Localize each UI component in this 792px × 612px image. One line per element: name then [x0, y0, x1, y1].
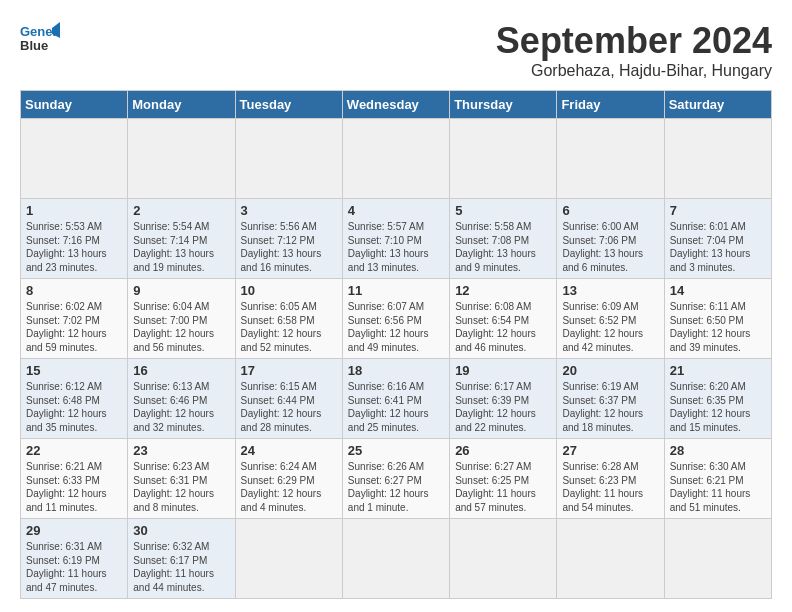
day-number: 5: [455, 203, 551, 218]
day-number: 14: [670, 283, 766, 298]
calendar-cell: 17Sunrise: 6:15 AM Sunset: 6:44 PM Dayli…: [235, 359, 342, 439]
calendar-cell: [235, 119, 342, 199]
calendar-cell: [557, 119, 664, 199]
logo-icon: General Blue: [20, 20, 60, 56]
calendar-cell: 18Sunrise: 6:16 AM Sunset: 6:41 PM Dayli…: [342, 359, 449, 439]
day-number: 23: [133, 443, 229, 458]
cell-data: Sunrise: 5:54 AM Sunset: 7:14 PM Dayligh…: [133, 220, 229, 274]
cell-data: Sunrise: 6:21 AM Sunset: 6:33 PM Dayligh…: [26, 460, 122, 514]
day-header: Friday: [557, 91, 664, 119]
calendar-cell: 27Sunrise: 6:28 AM Sunset: 6:23 PM Dayli…: [557, 439, 664, 519]
calendar-cell: 20Sunrise: 6:19 AM Sunset: 6:37 PM Dayli…: [557, 359, 664, 439]
day-header: Tuesday: [235, 91, 342, 119]
cell-data: Sunrise: 6:16 AM Sunset: 6:41 PM Dayligh…: [348, 380, 444, 434]
cell-data: Sunrise: 6:07 AM Sunset: 6:56 PM Dayligh…: [348, 300, 444, 354]
calendar-cell: 24Sunrise: 6:24 AM Sunset: 6:29 PM Dayli…: [235, 439, 342, 519]
day-number: 28: [670, 443, 766, 458]
day-number: 18: [348, 363, 444, 378]
title-area: September 2024 Gorbehaza, Hajdu-Bihar, H…: [496, 20, 772, 80]
cell-data: Sunrise: 5:58 AM Sunset: 7:08 PM Dayligh…: [455, 220, 551, 274]
cell-data: Sunrise: 6:12 AM Sunset: 6:48 PM Dayligh…: [26, 380, 122, 434]
calendar-cell: 6Sunrise: 6:00 AM Sunset: 7:06 PM Daylig…: [557, 199, 664, 279]
calendar-cell: [450, 119, 557, 199]
day-number: 22: [26, 443, 122, 458]
cell-data: Sunrise: 6:11 AM Sunset: 6:50 PM Dayligh…: [670, 300, 766, 354]
day-number: 21: [670, 363, 766, 378]
day-number: 7: [670, 203, 766, 218]
cell-data: Sunrise: 6:23 AM Sunset: 6:31 PM Dayligh…: [133, 460, 229, 514]
cell-data: Sunrise: 6:28 AM Sunset: 6:23 PM Dayligh…: [562, 460, 658, 514]
day-number: 11: [348, 283, 444, 298]
day-number: 19: [455, 363, 551, 378]
location-title: Gorbehaza, Hajdu-Bihar, Hungary: [496, 62, 772, 80]
cell-data: Sunrise: 6:32 AM Sunset: 6:17 PM Dayligh…: [133, 540, 229, 594]
day-header: Thursday: [450, 91, 557, 119]
calendar-cell: 13Sunrise: 6:09 AM Sunset: 6:52 PM Dayli…: [557, 279, 664, 359]
day-number: 30: [133, 523, 229, 538]
day-number: 15: [26, 363, 122, 378]
day-number: 3: [241, 203, 337, 218]
cell-data: Sunrise: 6:05 AM Sunset: 6:58 PM Dayligh…: [241, 300, 337, 354]
calendar-cell: [450, 519, 557, 599]
calendar-cell: [128, 119, 235, 199]
calendar-cell: 21Sunrise: 6:20 AM Sunset: 6:35 PM Dayli…: [664, 359, 771, 439]
day-number: 10: [241, 283, 337, 298]
cell-data: Sunrise: 6:01 AM Sunset: 7:04 PM Dayligh…: [670, 220, 766, 274]
day-number: 24: [241, 443, 337, 458]
day-number: 25: [348, 443, 444, 458]
day-header: Sunday: [21, 91, 128, 119]
cell-data: Sunrise: 6:02 AM Sunset: 7:02 PM Dayligh…: [26, 300, 122, 354]
calendar-cell: 1Sunrise: 5:53 AM Sunset: 7:16 PM Daylig…: [21, 199, 128, 279]
calendar-cell: 19Sunrise: 6:17 AM Sunset: 6:39 PM Dayli…: [450, 359, 557, 439]
calendar-cell: 12Sunrise: 6:08 AM Sunset: 6:54 PM Dayli…: [450, 279, 557, 359]
calendar-cell: [664, 119, 771, 199]
calendar-cell: 2Sunrise: 5:54 AM Sunset: 7:14 PM Daylig…: [128, 199, 235, 279]
cell-data: Sunrise: 6:17 AM Sunset: 6:39 PM Dayligh…: [455, 380, 551, 434]
day-number: 6: [562, 203, 658, 218]
calendar-cell: 8Sunrise: 6:02 AM Sunset: 7:02 PM Daylig…: [21, 279, 128, 359]
calendar-cell: 10Sunrise: 6:05 AM Sunset: 6:58 PM Dayli…: [235, 279, 342, 359]
cell-data: Sunrise: 5:57 AM Sunset: 7:10 PM Dayligh…: [348, 220, 444, 274]
day-number: 9: [133, 283, 229, 298]
day-number: 17: [241, 363, 337, 378]
calendar-cell: 23Sunrise: 6:23 AM Sunset: 6:31 PM Dayli…: [128, 439, 235, 519]
day-number: 8: [26, 283, 122, 298]
calendar-cell: 22Sunrise: 6:21 AM Sunset: 6:33 PM Dayli…: [21, 439, 128, 519]
day-number: 29: [26, 523, 122, 538]
cell-data: Sunrise: 6:15 AM Sunset: 6:44 PM Dayligh…: [241, 380, 337, 434]
day-number: 12: [455, 283, 551, 298]
cell-data: Sunrise: 6:13 AM Sunset: 6:46 PM Dayligh…: [133, 380, 229, 434]
day-number: 2: [133, 203, 229, 218]
cell-data: Sunrise: 6:19 AM Sunset: 6:37 PM Dayligh…: [562, 380, 658, 434]
cell-data: Sunrise: 5:53 AM Sunset: 7:16 PM Dayligh…: [26, 220, 122, 274]
svg-text:Blue: Blue: [20, 38, 48, 53]
calendar-cell: 11Sunrise: 6:07 AM Sunset: 6:56 PM Dayli…: [342, 279, 449, 359]
calendar-cell: 28Sunrise: 6:30 AM Sunset: 6:21 PM Dayli…: [664, 439, 771, 519]
logo: General Blue: [20, 20, 60, 56]
cell-data: Sunrise: 6:08 AM Sunset: 6:54 PM Dayligh…: [455, 300, 551, 354]
day-number: 26: [455, 443, 551, 458]
cell-data: Sunrise: 5:56 AM Sunset: 7:12 PM Dayligh…: [241, 220, 337, 274]
calendar-cell: [21, 119, 128, 199]
day-header: Monday: [128, 91, 235, 119]
day-number: 4: [348, 203, 444, 218]
calendar-cell: 9Sunrise: 6:04 AM Sunset: 7:00 PM Daylig…: [128, 279, 235, 359]
day-number: 27: [562, 443, 658, 458]
calendar-cell: 5Sunrise: 5:58 AM Sunset: 7:08 PM Daylig…: [450, 199, 557, 279]
day-number: 13: [562, 283, 658, 298]
day-header: Saturday: [664, 91, 771, 119]
cell-data: Sunrise: 6:26 AM Sunset: 6:27 PM Dayligh…: [348, 460, 444, 514]
cell-data: Sunrise: 6:04 AM Sunset: 7:00 PM Dayligh…: [133, 300, 229, 354]
day-number: 16: [133, 363, 229, 378]
calendar-cell: [557, 519, 664, 599]
calendar-cell: 4Sunrise: 5:57 AM Sunset: 7:10 PM Daylig…: [342, 199, 449, 279]
cell-data: Sunrise: 6:30 AM Sunset: 6:21 PM Dayligh…: [670, 460, 766, 514]
calendar-cell: 29Sunrise: 6:31 AM Sunset: 6:19 PM Dayli…: [21, 519, 128, 599]
calendar-cell: [342, 519, 449, 599]
cell-data: Sunrise: 6:24 AM Sunset: 6:29 PM Dayligh…: [241, 460, 337, 514]
calendar-cell: 7Sunrise: 6:01 AM Sunset: 7:04 PM Daylig…: [664, 199, 771, 279]
calendar-cell: [235, 519, 342, 599]
calendar-cell: 25Sunrise: 6:26 AM Sunset: 6:27 PM Dayli…: [342, 439, 449, 519]
month-title: September 2024: [496, 20, 772, 62]
cell-data: Sunrise: 6:09 AM Sunset: 6:52 PM Dayligh…: [562, 300, 658, 354]
